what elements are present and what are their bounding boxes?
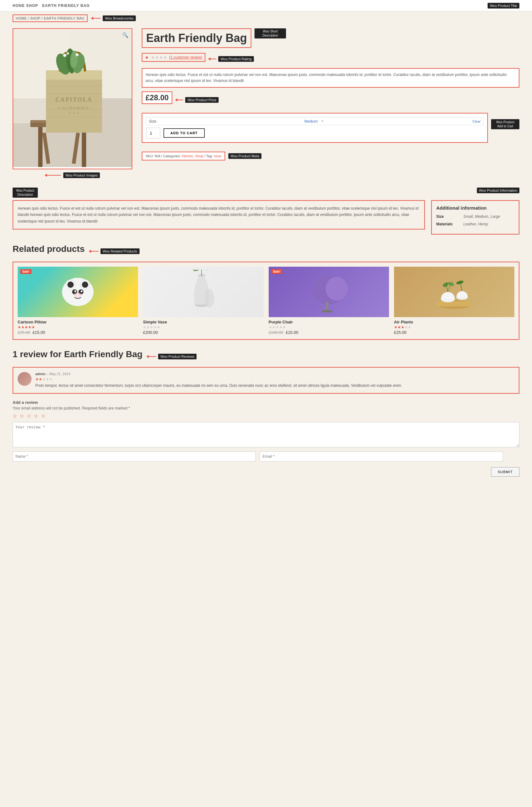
- svg-point-32: [82, 281, 88, 288]
- short-description-box: Aenean quis odio lectus. Fusce et est ut…: [142, 68, 519, 88]
- name-input[interactable]: [13, 452, 256, 461]
- woo-short-description-label: Woo Short Description: [254, 29, 286, 38]
- chair-svg: [307, 271, 351, 312]
- list-item[interactable]: Simple Vase ★★★★★ £200.00: [143, 267, 263, 335]
- pillow-svg: [57, 271, 98, 312]
- review-text: Proin tempor, lectus sit amet consectetu…: [35, 383, 514, 389]
- review-date: – May 21, 2014: [46, 372, 70, 376]
- related-products-title: Related products: [13, 244, 85, 254]
- desc-info-section: Woo Product Description Woo Product Info…: [0, 184, 532, 241]
- rating-input[interactable]: ☆ ☆ ☆ ☆ ☆: [13, 413, 519, 419]
- product-old-price-pillow: £25.00: [18, 330, 30, 335]
- desc-info-layout: Aenean quis odio lectus. Fusce et est ut…: [13, 200, 519, 235]
- info-size-val: Small, Medium, Large: [463, 214, 500, 219]
- submit-row: SUBMIT: [13, 467, 519, 477]
- woo-related-products-label: Woo Related Products: [100, 249, 139, 254]
- size-value[interactable]: Medium: [304, 119, 318, 124]
- product-description-text: Aenean quis odio lectus. Fusce et est ut…: [18, 205, 420, 224]
- svg-rect-4: [38, 126, 42, 167]
- svg-point-57: [456, 280, 464, 285]
- related-products-grid-wrapper: Sale! C: [13, 262, 519, 340]
- breadcrumb-current: EARTH FRIENDLY BAG: [44, 16, 84, 20]
- add-review-section: Add a review Your email address will not…: [13, 400, 519, 477]
- tag-none[interactable]: none: [213, 154, 221, 158]
- info-row-materials: Materials Leather, Hemp: [436, 222, 514, 226]
- woo-product-price-label: Woo Product Price: [185, 97, 218, 103]
- sale-badge-chair: Sale!: [271, 269, 283, 274]
- product-name-vase: Simple Vase: [143, 320, 263, 324]
- list-item[interactable]: Air Plants ★★★★★ £25.00: [394, 267, 514, 335]
- product-new-price-chair: £15.00: [286, 330, 298, 335]
- top-bar: HONE ShOp Earth FRIENDLY Bag Woo Product…: [0, 0, 532, 11]
- product-title-box: Earth Friendly Bag: [142, 29, 251, 48]
- rating-arrow: [209, 59, 216, 59]
- product-price: £28.00: [146, 93, 169, 102]
- woo-product-rating-label: Woo Product Rating: [218, 56, 253, 62]
- svg-point-47: [321, 310, 332, 312]
- cart-controls-row: ADD TO CART: [146, 128, 483, 139]
- svg-point-25: [63, 54, 66, 57]
- product-image-column: 🔍: [13, 29, 132, 178]
- svg-point-36: [81, 290, 82, 292]
- review-list: admin – May 21, 2014 ★★★★★ Proin tempor,…: [13, 367, 519, 394]
- product-title: Earth Friendly Bag: [146, 32, 247, 45]
- add-to-cart-button[interactable]: ADD TO CART: [164, 128, 205, 138]
- quantity-input[interactable]: [146, 128, 160, 139]
- woo-product-information-label: Woo Product Information: [477, 187, 519, 193]
- breadcrumb-section: HOME / SHOP / EARTH FRIENDLY BAG Woo Bre…: [0, 11, 532, 25]
- review-textarea[interactable]: [13, 422, 519, 447]
- category-shop[interactable]: Shop: [195, 154, 204, 158]
- size-label: Size: [149, 119, 156, 124]
- product-stars-vase: ★★★★★: [143, 325, 263, 329]
- reviews-title: 1 review for Earth Friendly Bag: [13, 349, 142, 360]
- breadcrumb-arrow: [91, 18, 101, 19]
- product-price-vase: £200.00: [143, 330, 263, 335]
- category-kitchen[interactable]: Kitchen: [182, 154, 193, 158]
- review-content: admin – May 21, 2014 ★★★★★ Proin tempor,…: [35, 372, 514, 389]
- clear-size-link[interactable]: Clear: [473, 120, 481, 123]
- svg-point-37: [73, 293, 82, 298]
- product-section: 🔍: [0, 25, 532, 184]
- info-size-key: Size: [436, 214, 458, 219]
- breadcrumb-home[interactable]: HOME: [16, 16, 27, 20]
- product-name-chair: Purple Chair: [269, 320, 389, 324]
- list-item[interactable]: Sale! Purple Chair ★★★★★ £100.00 £15.00: [269, 267, 389, 335]
- product-card-image-chair: Sale!: [269, 267, 389, 317]
- star-filled-1: ★: [145, 55, 149, 60]
- sale-badge-pillow: Sale!: [20, 269, 32, 274]
- svg-text:U·S·A: U·S·A: [69, 111, 79, 114]
- product-new-price-pillow: £15.00: [33, 330, 45, 335]
- product-name-pillow: Cartoon Pillow: [18, 320, 138, 324]
- email-input[interactable]: [260, 452, 503, 461]
- woo-product-title-annotation: Woo Product Title: [488, 3, 519, 8]
- svg-line-56: [460, 283, 462, 291]
- related-arrow: [89, 251, 99, 252]
- breadcrumb-shop[interactable]: SHOP: [30, 16, 41, 20]
- zoom-icon[interactable]: 🔍: [122, 32, 129, 38]
- vase-svg: [184, 270, 222, 314]
- info-materials-key: Materials: [436, 222, 458, 226]
- svg-rect-49: [437, 301, 472, 307]
- woo-add-to-cart-label: Woo Product Add to Cart: [491, 119, 519, 129]
- breadcrumb: HOME / SHOP / EARTH FRIENDLY BAG: [13, 15, 88, 22]
- product-old-price-chair: £100.00: [269, 330, 284, 335]
- product-price-box: £28.00: [142, 91, 172, 104]
- svg-point-42: [192, 270, 202, 272]
- product-layout: 🔍: [13, 29, 519, 178]
- product-new-price-vase: £200.00: [143, 330, 158, 335]
- product-image-svg: CAPITOLA CALIFORNIA U·S·A: [13, 29, 132, 168]
- related-products-section: Related products Woo Related Products Sa…: [0, 241, 532, 346]
- reviews-arrow: [147, 356, 156, 357]
- review-stars: ★★★★★: [35, 377, 514, 382]
- list-item[interactable]: Sale! C: [18, 267, 138, 335]
- reviewer-name: admin: [35, 372, 45, 376]
- images-arrow: [45, 175, 61, 176]
- additional-info-box: Additional information Size Small, Mediu…: [431, 200, 519, 235]
- svg-point-40: [205, 289, 214, 308]
- categories-label: Categories:: [163, 154, 181, 158]
- svg-point-53: [442, 281, 449, 288]
- add-to-cart-box: Size Medium ▼ Clear ADD TO CART: [142, 113, 488, 143]
- submit-button[interactable]: SUBMIT: [491, 467, 519, 477]
- review-link[interactable]: (1 customer review): [169, 55, 202, 59]
- price-arrow: [175, 99, 183, 100]
